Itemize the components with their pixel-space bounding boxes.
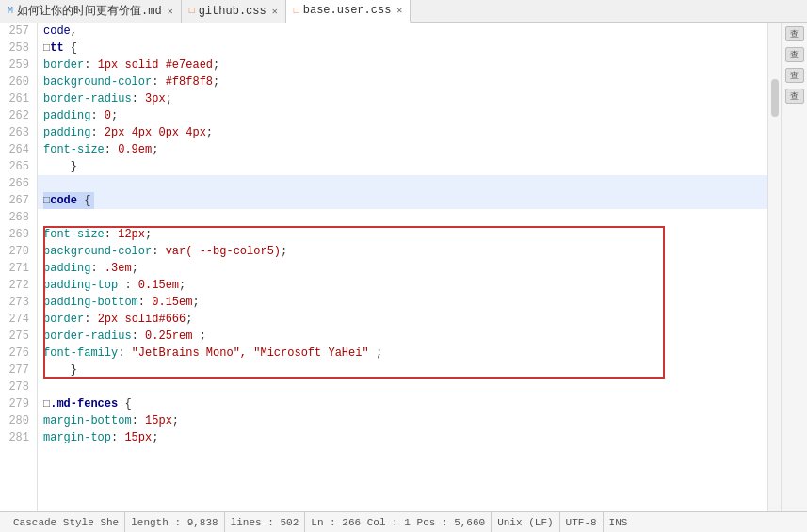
code-line-264: font-size: 0.9em; <box>38 141 767 158</box>
line-num-258: 258 <box>4 40 29 56</box>
status-bar: Cascade Style She length : 9,838 lines :… <box>0 511 807 532</box>
status-file-type: Cascade Style She <box>8 512 125 532</box>
tab-github-css-close[interactable]: ✕ <box>272 6 278 17</box>
code-line-263: padding: 2px 4px 0px 4px; <box>38 124 767 141</box>
tab-github-css[interactable]: □ github.css ✕ <box>182 0 286 23</box>
status-ln-col: Ln : 266 Col : 1 Pos : 5,660 <box>305 512 492 532</box>
line-num-267: 267 <box>4 192 29 209</box>
code-line-269: font-size: 12px; <box>38 226 767 243</box>
tab-md[interactable]: M 如何让你的时间更有价值.md ✕ <box>0 0 182 23</box>
code-line-276: font-family: "JetBrains Mono", "Microsof… <box>38 345 767 362</box>
line-num-273: 273 <box>4 294 29 311</box>
line-num-268: 268 <box>4 209 29 226</box>
line-num-257: 257 <box>4 23 29 40</box>
line-num-277: 277 <box>4 362 29 379</box>
tab-md-icon: M <box>8 6 13 16</box>
line-num-265: 265 <box>4 158 29 175</box>
line-num-270: 270 <box>4 243 29 260</box>
code-line-259: border: 1px solid #e7eaed; <box>38 56 767 73</box>
line-num-275: 275 <box>4 328 29 345</box>
code-area[interactable]: code,□tt { border: 1px solid #e7eaed; ba… <box>38 23 767 511</box>
line-num-262: 262 <box>4 107 29 124</box>
right-btn-4[interactable]: 查 <box>785 89 804 104</box>
tab-github-css-icon: □ <box>189 6 195 16</box>
tab-base-user-css[interactable]: □ base.user.css ✕ <box>286 0 412 23</box>
line-num-264: 264 <box>4 141 29 158</box>
status-lines: lines : 502 <box>225 512 306 532</box>
right-btn-1[interactable]: 查 <box>785 26 804 41</box>
code-line-279: □.md-fences { <box>38 395 767 412</box>
editor-container: 2572582592602612622632642652662672682692… <box>0 23 807 511</box>
scroll-thumb[interactable] <box>771 79 779 117</box>
code-line-272: padding-top : 0.15em; <box>38 277 767 294</box>
line-num-280: 280 <box>4 412 29 429</box>
status-mode: INS <box>604 512 634 532</box>
scrollbar[interactable] <box>767 23 781 511</box>
code-line-266 <box>38 175 767 192</box>
code-line-280: margin-bottom: 15px; <box>38 412 767 429</box>
tab-base-user-css-icon: □ <box>294 6 299 16</box>
code-line-271: padding: .3em; <box>38 260 767 277</box>
line-num-272: 272 <box>4 277 29 294</box>
right-btn-2[interactable]: 查 <box>785 47 804 62</box>
tab-bar: M 如何让你的时间更有价值.md ✕ □ github.css ✕ □ base… <box>0 0 807 23</box>
code-line-268 <box>38 209 767 226</box>
line-num-276: 276 <box>4 345 29 362</box>
tab-md-label: 如何让你的时间更有价值.md <box>17 3 162 19</box>
line-num-269: 269 <box>4 226 29 243</box>
code-line-262: padding: 0; <box>38 107 767 124</box>
line-num-281: 281 <box>4 429 29 446</box>
line-num-278: 278 <box>4 379 29 395</box>
code-line-265: } <box>38 158 767 175</box>
code-line-257: code, <box>38 23 767 40</box>
code-line-273: padding-bottom: 0.15em; <box>38 294 767 311</box>
line-num-263: 263 <box>4 124 29 141</box>
line-num-259: 259 <box>4 56 29 73</box>
right-panel: 查 查 查 查 <box>781 23 807 511</box>
line-num-271: 271 <box>4 260 29 277</box>
line-num-266: 266 <box>4 175 29 192</box>
code-line-277: } <box>38 362 767 379</box>
line-num-279: 279 <box>4 395 29 412</box>
code-line-261: border-radius: 3px; <box>38 90 767 107</box>
tab-base-user-css-close[interactable]: ✕ <box>396 5 402 16</box>
line-num-274: 274 <box>4 311 29 328</box>
code-line-274: border: 2px solid#666; <box>38 311 767 328</box>
code-line-275: border-radius: 0.25rem ; <box>38 328 767 345</box>
code-line-270: background-color: var( --bg-color5); <box>38 243 767 260</box>
status-encoding: UTF-8 <box>560 512 604 532</box>
right-btn-3[interactable]: 查 <box>785 68 804 83</box>
line-num-260: 260 <box>4 73 29 90</box>
status-eol: Unix (LF) <box>492 512 559 532</box>
code-line-267: □code { <box>38 192 767 209</box>
code-line-278 <box>38 379 767 395</box>
status-length: length : 9,838 <box>125 512 224 532</box>
code-line-281: margin-top: 15px; <box>38 429 767 446</box>
code-line-260: background-color: #f8f8f8; <box>38 73 767 90</box>
line-numbers: 2572582592602612622632642652662672682692… <box>0 23 38 511</box>
code-line-258: □tt { <box>38 40 767 56</box>
tab-md-close[interactable]: ✕ <box>168 6 173 17</box>
tab-github-css-label: github.css <box>199 5 266 18</box>
line-num-261: 261 <box>4 90 29 107</box>
tab-base-user-css-label: base.user.css <box>303 4 392 17</box>
